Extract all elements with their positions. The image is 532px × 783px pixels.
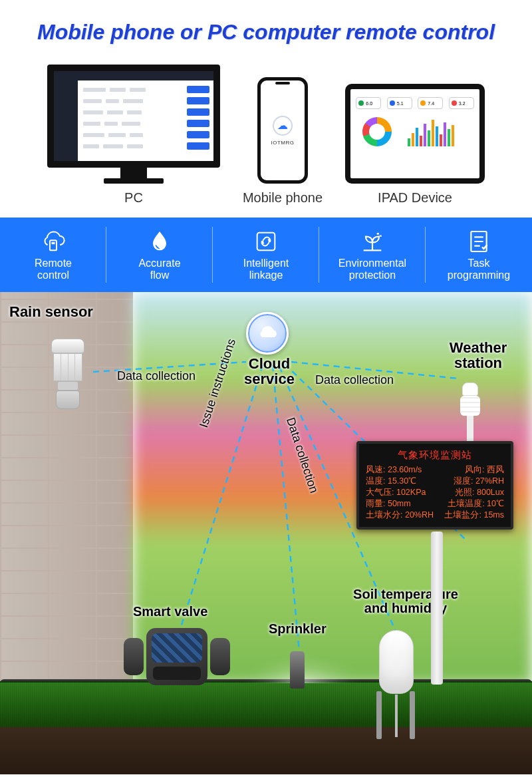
feature-environmental: Environmental protection — [319, 218, 426, 292]
feature-label: Task programming — [448, 257, 510, 281]
device-ipad: 6.05.17.43.2 IPAD Device — [345, 84, 485, 206]
svg-rect-0 — [50, 241, 57, 251]
feature-remote-control: Remote control — [0, 218, 106, 292]
rain-sensor-label: Rain sensor — [9, 304, 93, 319]
weather-panel: 气象环境监测站 风速: 23.60m/s风向: 西风温度: 15.30℃湿度: … — [356, 441, 513, 530]
smart-valve-label: Smart valve — [133, 605, 207, 619]
page-title: Mobile phone or PC computer remote contr… — [0, 0, 532, 58]
phone-logo-icon: ☁ — [273, 116, 293, 136]
cloud-device-icon — [40, 228, 66, 255]
phone-label: Mobile phone — [243, 190, 323, 206]
tablet-icon: 6.05.17.43.2 — [345, 84, 485, 184]
sprinkler-label: Sprinkler — [269, 622, 327, 636]
feature-task-programming: Task programming — [426, 218, 532, 292]
rain-sensor-icon — [45, 339, 90, 409]
device-pc: PC — [47, 65, 220, 206]
feature-label: Accurate flow — [138, 257, 180, 281]
weather-panel-pole-icon — [431, 532, 443, 685]
bar-chart-icon — [408, 117, 467, 146]
ipad-label: IPAD Device — [378, 190, 452, 206]
link-data-collection-left: Data collection — [117, 369, 196, 383]
svg-line-8 — [180, 365, 263, 631]
pc-monitor-icon — [47, 65, 220, 184]
stat-badge: 7.4 — [418, 97, 443, 109]
weather-panel-row: 温度: 15.30℃湿度: 27%RH — [366, 476, 504, 487]
stat-badge: 3.2 — [449, 97, 474, 109]
system-diagram: Rain sensor Cloud service Weather statio… — [0, 292, 532, 774]
soil-sensor-label: Soil temperature and humidity — [339, 587, 472, 615]
plant-icon — [359, 228, 386, 255]
link-data-collection-right: Data collection — [315, 373, 394, 387]
weather-panel-row: 雨量: 50mm土壤温度: 10℃ — [366, 498, 504, 510]
feature-label: Remote control — [35, 257, 72, 281]
drop-icon — [146, 228, 173, 255]
smart-valve-icon — [124, 623, 230, 690]
feature-intelligent-linkage: Intelligent linkage — [213, 218, 319, 292]
svg-point-4 — [380, 235, 382, 237]
phone-icon: ☁ IOTMRG — [257, 77, 308, 184]
pc-label: PC — [124, 190, 143, 206]
cloud-service-label: Cloud service — [226, 356, 313, 387]
svg-rect-2 — [257, 233, 275, 251]
donut-chart-icon — [362, 117, 392, 146]
weather-panel-row: 土壤水分: 20%RH土壤盐分: 15ms — [366, 510, 504, 521]
feature-accurate-flow: Accurate flow — [106, 218, 213, 292]
svg-rect-1 — [52, 242, 55, 244]
link-icon — [253, 228, 279, 255]
task-list-icon — [466, 228, 492, 255]
stat-badge: 5.1 — [387, 97, 412, 109]
device-row: PC ☁ IOTMRG Mobile phone 6.05.17.43.2 IP… — [0, 58, 532, 218]
device-phone: ☁ IOTMRG Mobile phone — [243, 77, 323, 206]
sprinkler-icon — [290, 651, 305, 689]
soil-sensor-icon — [379, 630, 414, 694]
svg-point-3 — [377, 233, 379, 235]
weather-station-label: Weather station — [442, 340, 515, 371]
stat-badge: 6.0 — [356, 97, 381, 109]
feature-label: Environmental protection — [338, 257, 406, 281]
phone-brand: IOTMRG — [271, 140, 295, 146]
weather-panel-row: 风速: 23.60m/s风向: 西风 — [366, 464, 504, 476]
weather-station-icon — [459, 383, 481, 442]
weather-panel-row: 大气压: 102KPa光照: 800Lux — [366, 487, 504, 498]
feature-label: Intelligent linkage — [243, 257, 289, 281]
svg-line-9 — [273, 365, 299, 651]
feature-strip: Remote control Accurate flow Intelligent… — [0, 218, 532, 292]
weather-panel-title: 气象环境监测站 — [366, 449, 504, 462]
cloud-icon — [246, 312, 289, 355]
